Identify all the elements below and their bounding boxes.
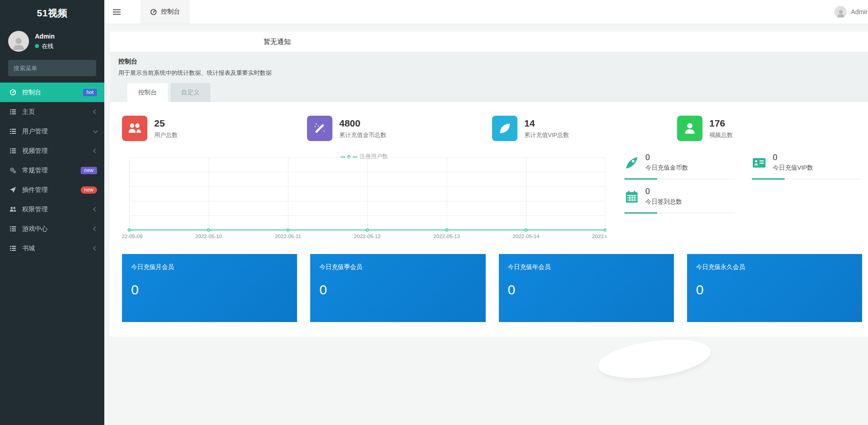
mini-stats: 0 今日充值金币数 0 今日充值VIP数 — [606, 153, 862, 246]
chevron-left-icon — [93, 149, 98, 153]
stat-label: 视频总数 — [709, 131, 733, 139]
mini-stat-rule — [624, 178, 735, 180]
user-panel: Admin 在线 — [0, 26, 104, 57]
stat-card-coins: 4800 累计充值金币总数 — [307, 116, 492, 141]
panel-header: 控制台 用于展示当前系统中的统计数据、统计报表及重要实时数据 控制台 自定义 — [110, 52, 868, 102]
mini-stat-coins-today: 0 今日充值金币数 — [624, 153, 735, 180]
x-axis-label: 2022-05-13 — [434, 234, 460, 239]
new-badge: new — [81, 167, 97, 174]
sidebar-item-label: 视频管理 — [22, 147, 48, 155]
stat-row: 25 用户总数 4800 累计充值金币总数 14 累计充值VIP总数 — [122, 116, 862, 141]
workarea: 暂无通知 控制台 用于展示当前系统中的统计数据、统计报表及重要实时数据 控制台 … — [104, 24, 868, 425]
new-badge: new — [81, 186, 97, 194]
sidebar-toggle-button[interactable] — [104, 0, 129, 24]
sidebar-item-home[interactable]: 主页 — [0, 102, 104, 122]
stat-value: 176 — [709, 118, 733, 129]
mini-stat-label: 今日签到总数 — [645, 198, 682, 206]
sidebar-item-label: 用户管理 — [22, 127, 48, 136]
stat-label: 用户总数 — [154, 131, 178, 139]
user-avatar[interactable] — [8, 31, 29, 52]
mini-stat-vip-today: 0 今日充值VIP数 — [752, 153, 862, 180]
data-point-marker — [525, 229, 528, 232]
tachometer-icon — [10, 89, 16, 96]
stat-card-videos: 176 视频总数 — [677, 116, 862, 141]
vip-card-permanent: 今日充值永久会员 0 — [687, 254, 862, 322]
topbar-user-menu[interactable]: Admin — [834, 6, 868, 18]
topbar-tab-dashboard[interactable]: 控制台 — [141, 0, 190, 24]
vip-card-value: 0 — [508, 282, 665, 298]
main-area: 控制台 Admin 暂无通知 控制台 用于展示当前系统中的统计数据、统计报表及重… — [104, 0, 868, 425]
brand-logo[interactable]: 51视频 — [0, 0, 104, 26]
x-axis-label: 2022-05-12 — [354, 234, 381, 239]
mini-stat-label: 今日充值VIP数 — [773, 164, 813, 172]
sidebar: 51视频 Admin 在线 控制台 hot 主页 — [0, 0, 104, 425]
sidebar-item-label: 权限管理 — [22, 205, 48, 214]
sidebar-item-permission-management[interactable]: 权限管理 — [0, 200, 104, 219]
stat-value: 14 — [524, 118, 569, 129]
notice-bar: 暂无通知 — [110, 32, 868, 52]
magic-wand-icon — [307, 116, 332, 141]
sidebar-item-bookstore[interactable]: 书城 — [0, 239, 104, 258]
sidebar-item-dashboard[interactable]: 控制台 hot — [0, 83, 104, 102]
vip-card-yearly: 今日充值年会员 0 — [499, 254, 674, 322]
mini-stat-rule — [752, 178, 862, 180]
vip-card-value: 0 — [319, 282, 476, 298]
cogs-icon — [10, 167, 16, 174]
topbar-tab-label: 控制台 — [161, 8, 180, 16]
chevron-left-icon — [93, 110, 98, 114]
data-point-marker — [366, 229, 369, 232]
sidebar-item-label: 插件管理 — [22, 186, 48, 194]
sidebar-item-label: 控制台 — [22, 88, 41, 97]
hamburger-icon — [113, 8, 121, 16]
data-point-marker — [207, 229, 210, 232]
chevron-left-icon — [93, 207, 98, 212]
users-icon — [10, 206, 16, 213]
sidebar-menu: 控制台 hot 主页 用户管理 视频管理 常规管理 new — [0, 83, 104, 258]
vip-card-value: 0 — [131, 282, 288, 298]
mini-stat-label: 今日充值金币数 — [645, 164, 688, 172]
x-axis-label: 2022-05-09 — [122, 234, 142, 239]
chart-grid — [129, 157, 605, 230]
stat-value: 25 — [154, 118, 178, 129]
notice-text: 暂无通知 — [263, 38, 291, 46]
stat-card-users: 25 用户总数 — [122, 116, 307, 141]
vip-card-quarterly: 今日充值季会员 0 — [310, 254, 485, 322]
online-dot-icon — [35, 44, 39, 48]
sidebar-item-label: 常规管理 — [22, 166, 48, 175]
sidebar-item-game-center[interactable]: 游戏中心 — [0, 219, 104, 239]
sidebar-item-plugin-management[interactable]: 插件管理 new — [0, 180, 104, 200]
sidebar-item-label: 游戏中心 — [22, 225, 48, 233]
stat-label: 累计充值金币总数 — [339, 131, 386, 139]
user-status-label: 在线 — [42, 42, 54, 50]
list-icon — [10, 128, 16, 135]
list-icon — [10, 108, 16, 115]
search-input[interactable] — [14, 65, 93, 72]
chart-row: 注册用户数 2022-05-092022-05-102022-05-112022… — [122, 153, 862, 246]
sidebar-item-user-management[interactable]: 用户管理 — [0, 122, 104, 141]
mini-stat-value: 0 — [645, 187, 682, 196]
mini-stat-signin-today: 0 今日签到总数 — [624, 187, 735, 214]
app-root: 51视频 Admin 在线 控制台 hot 主页 — [0, 0, 868, 425]
x-axis-label: 2022-05-11 — [275, 234, 301, 239]
stat-label: 累计充值VIP总数 — [524, 131, 569, 139]
stat-card-vip: 14 累计充值VIP总数 — [492, 116, 677, 141]
x-axis-label: 2022-05-15 — [592, 234, 606, 239]
sidebar-item-label: 主页 — [22, 108, 35, 116]
chevron-down-icon — [93, 128, 98, 133]
vip-card-label: 今日充值月会员 — [131, 263, 288, 271]
decorative-swoosh — [596, 333, 713, 384]
list-icon — [10, 225, 16, 232]
calendar-icon — [624, 190, 639, 204]
registered-users-chart: 注册用户数 2022-05-092022-05-102022-05-112022… — [122, 153, 606, 246]
sidebar-item-general-management[interactable]: 常规管理 new — [0, 161, 104, 180]
user-icon — [677, 116, 702, 141]
page-title: 控制台 — [118, 58, 864, 66]
user-status: 在线 — [35, 42, 55, 50]
vip-card-label: 今日充值年会员 — [508, 263, 665, 271]
tab-dashboard[interactable]: 控制台 — [127, 83, 168, 102]
data-point-marker — [128, 229, 131, 232]
sidebar-item-video-management[interactable]: 视频管理 — [0, 141, 104, 161]
mini-stat-value: 0 — [773, 153, 813, 162]
id-card-icon — [752, 156, 766, 170]
tab-custom[interactable]: 自定义 — [171, 83, 211, 102]
